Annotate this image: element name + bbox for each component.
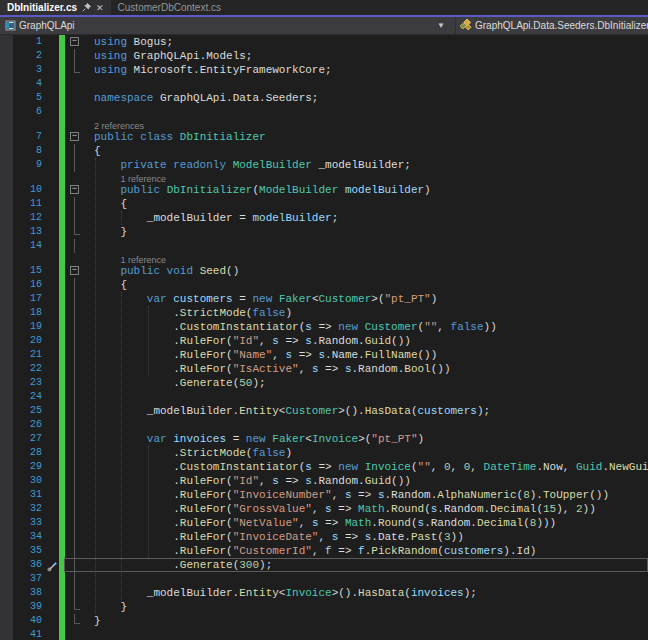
line-number[interactable]: 20: [13, 334, 47, 348]
line-number[interactable]: 16: [13, 278, 47, 292]
code-text[interactable]: .RuleFor("Id", s => s.Random.Guid()): [87, 474, 648, 488]
code-text[interactable]: {: [87, 144, 648, 158]
indicator-margin[interactable]: [0, 516, 13, 530]
code-editor[interactable]: 1−using Bogus;2using GraphQLApi.Models;3…: [0, 35, 648, 640]
line-number[interactable]: 2: [13, 49, 47, 63]
line-number[interactable]: 5: [13, 91, 47, 105]
code-text[interactable]: .Generate(50);: [87, 376, 648, 390]
indicator-margin[interactable]: [0, 35, 13, 49]
code-line[interactable]: 11 {: [0, 197, 648, 211]
code-text[interactable]: .StrictMode(false): [87, 446, 648, 460]
line-number[interactable]: 14: [13, 239, 47, 253]
indicator-margin[interactable]: [0, 119, 13, 130]
code-line[interactable]: 17 var customers = new Faker<Customer>("…: [0, 292, 648, 306]
indicator-margin[interactable]: [0, 558, 13, 572]
line-number[interactable]: 39: [13, 600, 47, 614]
code-line[interactable]: 14: [0, 239, 648, 253]
indicator-margin[interactable]: [0, 600, 13, 614]
line-number[interactable]: 32: [13, 502, 47, 516]
project-dropdown[interactable]: GraphQLApi ▼: [0, 17, 456, 34]
line-number[interactable]: 38: [13, 586, 47, 600]
code-text[interactable]: var customers = new Faker<Customer>("pt_…: [87, 292, 648, 306]
indicator-margin[interactable]: [0, 334, 13, 348]
code-line[interactable]: 30 .RuleFor("Id", s => s.Random.Guid()): [0, 474, 648, 488]
line-number[interactable]: 1: [13, 35, 47, 49]
quick-actions-screwdriver-icon[interactable]: [46, 559, 58, 571]
line-number[interactable]: 34: [13, 530, 47, 544]
code-text[interactable]: .RuleFor("InvoiceDate", s => s.Date.Past…: [87, 530, 648, 544]
indicator-margin[interactable]: [0, 544, 13, 558]
indicator-margin[interactable]: [0, 614, 13, 628]
code-text[interactable]: [87, 239, 648, 253]
code-text[interactable]: .RuleFor("NetValue", s => Math.Round(s.R…: [87, 516, 648, 530]
code-line[interactable]: 35 .RuleFor("CustomerId", f => f.PickRan…: [0, 544, 648, 558]
code-text[interactable]: _modelBuilder.Entity<Invoice>().HasData(…: [87, 586, 648, 600]
line-number[interactable]: 28: [13, 446, 47, 460]
code-text[interactable]: [87, 628, 648, 640]
code-text[interactable]: .RuleFor("CustomerId", f => f.PickRandom…: [87, 544, 648, 558]
code-line[interactable]: 29 .CustomInstantiator(s => new Invoice(…: [0, 460, 648, 474]
code-text[interactable]: _modelBuilder = modelBuilder;: [87, 211, 648, 225]
indicator-margin[interactable]: [0, 502, 13, 516]
code-text[interactable]: [87, 390, 648, 404]
code-text[interactable]: using GraphQLApi.Models;: [87, 49, 648, 63]
code-line[interactable]: 26: [0, 418, 648, 432]
indicator-margin[interactable]: [0, 183, 13, 197]
indicator-margin[interactable]: [0, 390, 13, 404]
indicator-margin[interactable]: [0, 376, 13, 390]
code-text[interactable]: .StrictMode(false): [87, 306, 648, 320]
code-line[interactable]: 37: [0, 572, 648, 586]
code-line[interactable]: 24: [0, 390, 648, 404]
pin-icon[interactable]: [82, 3, 91, 12]
code-line[interactable]: 34 .RuleFor("InvoiceDate", s => s.Date.P…: [0, 530, 648, 544]
line-number[interactable]: 15: [13, 264, 47, 278]
tab-dbinitializer[interactable]: DbInitializer.cs ✕: [0, 0, 111, 15]
line-number[interactable]: 35: [13, 544, 47, 558]
code-line[interactable]: 20 .RuleFor("Id", s => s.Random.Guid()): [0, 334, 648, 348]
line-number[interactable]: 4: [13, 77, 47, 91]
code-text[interactable]: using Microsoft.EntityFrameworkCore;: [87, 63, 648, 77]
code-line[interactable]: 23 .Generate(50);: [0, 376, 648, 390]
indicator-margin[interactable]: [0, 320, 13, 334]
indicator-margin[interactable]: [0, 530, 13, 544]
indicator-margin[interactable]: [0, 225, 13, 239]
code-text[interactable]: .RuleFor("InvoiceNumber", s => s.Random.…: [87, 488, 648, 502]
line-number[interactable]: 23: [13, 376, 47, 390]
line-number[interactable]: 21: [13, 348, 47, 362]
line-number[interactable]: 24: [13, 390, 47, 404]
code-line[interactable]: 18 .StrictMode(false): [0, 306, 648, 320]
code-text[interactable]: namespace GraphQLApi.Data.Seeders;: [87, 91, 648, 105]
indicator-margin[interactable]: [0, 460, 13, 474]
line-number[interactable]: 41: [13, 628, 47, 640]
codelens-references-link[interactable]: 2 references: [94, 121, 144, 130]
code-text[interactable]: private readonly ModelBuilder _modelBuil…: [87, 158, 648, 172]
code-line[interactable]: 5namespace GraphQLApi.Data.Seeders;: [0, 91, 648, 105]
code-text[interactable]: }: [87, 225, 648, 239]
code-line[interactable]: 38 _modelBuilder.Entity<Invoice>().HasDa…: [0, 586, 648, 600]
code-line[interactable]: 7−public class DbInitializer: [0, 130, 648, 144]
collapse-box-icon[interactable]: −: [70, 185, 79, 194]
code-line[interactable]: 41: [0, 628, 648, 640]
code-line[interactable]: 3using Microsoft.EntityFrameworkCore;: [0, 63, 648, 77]
codelens-row[interactable]: 1 reference: [0, 172, 648, 183]
indicator-margin[interactable]: [0, 49, 13, 63]
line-number[interactable]: 19: [13, 320, 47, 334]
indicator-margin[interactable]: [0, 253, 13, 264]
code-line[interactable]: 40}: [0, 614, 648, 628]
code-line[interactable]: 19 .CustomInstantiator(s => new Customer…: [0, 320, 648, 334]
code-text[interactable]: public DbInitializer(ModelBuilder modelB…: [87, 183, 648, 197]
code-text[interactable]: _modelBuilder.Entity<Customer>().HasData…: [87, 404, 648, 418]
code-text[interactable]: .RuleFor("IsActive", s => s.Random.Bool(…: [87, 362, 648, 376]
code-text[interactable]: [87, 105, 648, 119]
code-line[interactable]: 1−using Bogus;: [0, 35, 648, 49]
line-number[interactable]: 29: [13, 460, 47, 474]
indicator-margin[interactable]: [0, 446, 13, 460]
code-line[interactable]: 10− public DbInitializer(ModelBuilder mo…: [0, 183, 648, 197]
code-text[interactable]: .CustomInstantiator(s => new Invoice("",…: [87, 460, 648, 474]
line-number[interactable]: 31: [13, 488, 47, 502]
indicator-margin[interactable]: [0, 572, 13, 586]
code-text[interactable]: public void Seed(): [87, 264, 648, 278]
line-number[interactable]: 36: [13, 558, 47, 572]
indicator-margin[interactable]: [0, 432, 13, 446]
code-text[interactable]: using Bogus;: [87, 35, 648, 49]
